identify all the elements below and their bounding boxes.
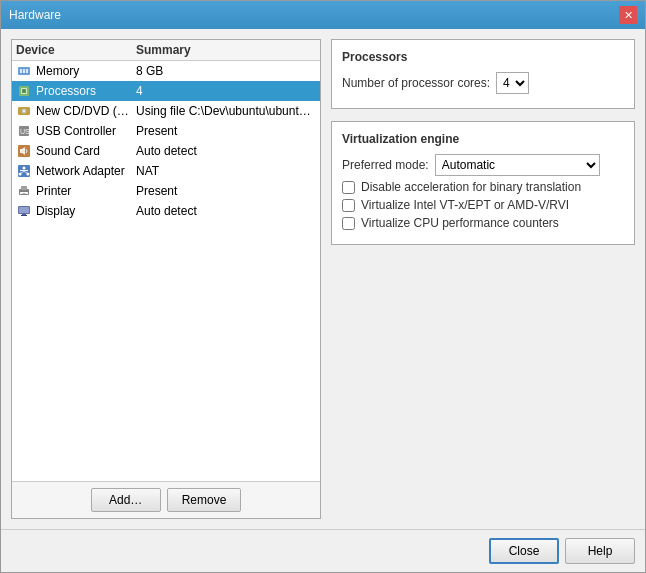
usb-icon: USB [16,123,32,139]
hardware-window: Hardware ✕ Device Summary Memory 8 GB [0,0,646,573]
col-device-header: Device [16,43,136,57]
processors-section: Processors Number of processor cores: 4 … [331,39,635,109]
right-panel: Processors Number of processor cores: 4 … [331,39,635,519]
network-name: Network Adapter [36,164,136,178]
left-panel-buttons: Add… Remove [12,481,320,518]
cores-select[interactable]: 4 1 2 8 [496,72,529,94]
processors-section-title: Processors [342,50,624,64]
memory-summary: 8 GB [136,64,316,78]
main-content: Device Summary Memory 8 GB Processors [1,29,645,529]
network-icon [16,163,32,179]
titlebar: Hardware ✕ [1,1,645,29]
cores-label: Number of processor cores: [342,76,490,90]
table-row[interactable]: Network Adapter NAT [12,161,320,181]
checkbox-row-2: Virtualize Intel VT-x/EPT or AMD-V/RVI [342,198,624,212]
svg-rect-6 [22,89,26,93]
svg-point-9 [23,110,25,112]
help-button[interactable]: Help [565,538,635,564]
svg-rect-28 [21,215,27,216]
footer: Close Help [1,529,645,572]
sound-name: Sound Card [36,144,136,158]
processors-summary: 4 [136,84,316,98]
remove-button[interactable]: Remove [167,488,242,512]
table-row[interactable]: Processors 4 [12,81,320,101]
table-row[interactable]: Printer Present [12,181,320,201]
mode-label: Preferred mode: [342,158,429,172]
virtualize-cpu-label: Virtualize CPU performance counters [361,216,559,230]
window-title: Hardware [9,8,61,22]
table-row[interactable]: Sound Card Auto detect [12,141,320,161]
usb-name: USB Controller [36,124,136,138]
cdvd-icon [16,103,32,119]
cdvd-summary: Using file C:\Dev\ubuntu\ubuntu-… [136,104,316,118]
svg-rect-22 [21,186,27,190]
usb-summary: Present [136,124,316,138]
device-list-panel: Device Summary Memory 8 GB Processors [11,39,321,519]
cdvd-name: New CD/DVD (… [36,104,136,118]
table-row[interactable]: New CD/DVD (… Using file C:\Dev\ubuntu\u… [12,101,320,121]
processors-icon [16,83,32,99]
device-table: Device Summary Memory 8 GB Processors [12,40,320,481]
sound-icon [16,143,32,159]
display-summary: Auto detect [136,204,316,218]
table-row[interactable]: USB USB Controller Present [12,121,320,141]
disable-acceleration-label: Disable acceleration for binary translat… [361,180,581,194]
processor-cores-row: Number of processor cores: 4 1 2 8 [342,72,624,94]
preferred-mode-row: Preferred mode: Automatic Intel VT-x/AMD… [342,154,624,176]
checkbox-row-3: Virtualize CPU performance counters [342,216,624,230]
mode-select[interactable]: Automatic Intel VT-x/AMD-V Binary transl… [435,154,600,176]
virtualize-vtx-label: Virtualize Intel VT-x/EPT or AMD-V/RVI [361,198,569,212]
svg-rect-3 [26,69,28,73]
table-row[interactable]: Display Auto detect [12,201,320,221]
printer-icon [16,183,32,199]
printer-name: Printer [36,184,136,198]
network-summary: NAT [136,164,316,178]
printer-summary: Present [136,184,316,198]
svg-rect-24 [22,193,26,194]
svg-rect-15 [20,170,28,171]
display-name: Display [36,204,136,218]
svg-rect-26 [19,207,29,213]
checkbox-row-1: Disable acceleration for binary translat… [342,180,624,194]
memory-icon [16,63,32,79]
svg-point-16 [23,167,26,170]
col-summary-header: Summary [136,43,316,57]
processors-name: Processors [36,84,136,98]
table-row[interactable]: Memory 8 GB [12,61,320,81]
disable-acceleration-checkbox[interactable] [342,181,355,194]
sound-summary: Auto detect [136,144,316,158]
table-header: Device Summary [12,40,320,61]
memory-name: Memory [36,64,136,78]
virtualize-vtx-checkbox[interactable] [342,199,355,212]
svg-rect-2 [23,69,25,73]
svg-text:USB: USB [20,128,31,135]
virtualization-section: Virtualization engine Preferred mode: Au… [331,121,635,245]
close-icon[interactable]: ✕ [619,6,637,24]
virtualization-section-title: Virtualization engine [342,132,624,146]
close-button[interactable]: Close [489,538,559,564]
svg-rect-1 [20,69,22,73]
virtualize-cpu-checkbox[interactable] [342,217,355,230]
add-button[interactable]: Add… [91,488,161,512]
display-icon [16,203,32,219]
